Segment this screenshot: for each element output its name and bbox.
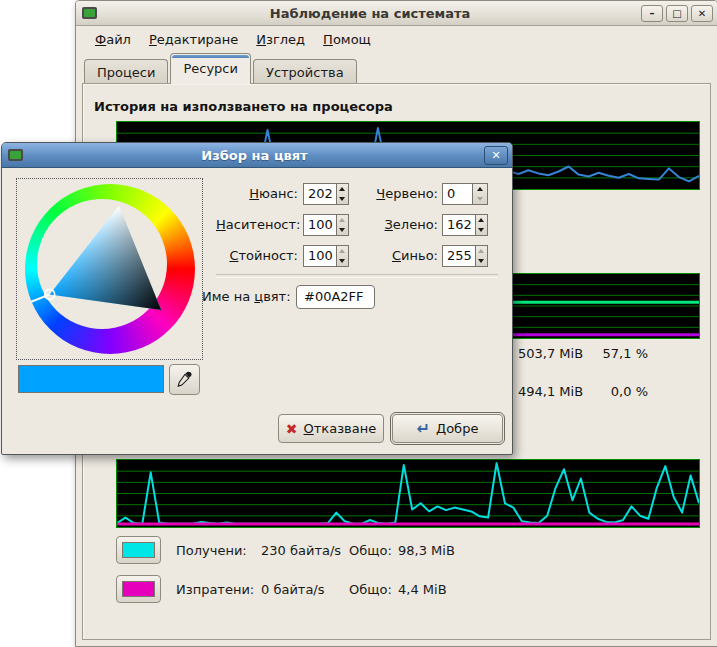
green-spin-down[interactable] bbox=[476, 225, 487, 235]
tab-devices[interactable]: Устройства bbox=[253, 59, 357, 84]
system-monitor-icon bbox=[82, 7, 97, 19]
green-label: Зелено: bbox=[356, 214, 438, 236]
saturation-label: Наситеност: bbox=[216, 214, 298, 236]
tab-processes[interactable]: Процеси bbox=[84, 59, 168, 84]
value-label: Стойност: bbox=[216, 245, 298, 267]
ok-label: Добре bbox=[436, 421, 478, 436]
maximize-button[interactable]: □ bbox=[666, 5, 688, 22]
received-color-button[interactable] bbox=[116, 536, 161, 564]
blue-spin-down[interactable] bbox=[476, 256, 487, 266]
ok-button[interactable]: ↵ Добре bbox=[392, 414, 503, 443]
menubar: Файл Редактиране Изглед Помощ bbox=[76, 26, 717, 52]
value-spinner[interactable]: 100 bbox=[303, 245, 349, 267]
tabbar: Процеси Ресурси Устройства bbox=[76, 52, 717, 84]
window-titlebar[interactable]: Наблюдение на системата – □ ✕ bbox=[76, 1, 717, 26]
color-wheel-box bbox=[16, 178, 203, 360]
eyedropper-button[interactable] bbox=[169, 364, 200, 395]
received-total: 98,3 MiB bbox=[398, 536, 455, 566]
hue-label: Нюанс: bbox=[216, 183, 298, 205]
green-spinner[interactable]: 162 bbox=[442, 214, 488, 236]
menu-edit[interactable]: Редактиране bbox=[142, 29, 245, 50]
red-value[interactable]: 0 bbox=[443, 184, 472, 204]
saturation-value[interactable]: 100 bbox=[304, 215, 336, 235]
saturation-spin-down[interactable] bbox=[337, 225, 348, 235]
cancel-button[interactable]: ✖ Отказване bbox=[278, 414, 384, 443]
hue-spin-down[interactable] bbox=[337, 194, 348, 204]
value-value[interactable]: 100 bbox=[304, 246, 336, 266]
received-total-label: Общо: bbox=[349, 536, 392, 566]
color-picker-dialog: Избор на цвят ✕ bbox=[1, 142, 513, 455]
sent-total: 4,4 MiB bbox=[398, 575, 447, 605]
ok-return-icon: ↵ bbox=[417, 422, 430, 436]
cancel-label: Отказване bbox=[304, 421, 377, 436]
color-preview bbox=[18, 365, 164, 393]
window-title: Наблюдение на системата bbox=[99, 6, 641, 21]
memory-used-value: 503,7 MiB bbox=[518, 346, 583, 361]
menu-file[interactable]: Файл bbox=[88, 29, 138, 50]
green-value[interactable]: 162 bbox=[443, 215, 475, 235]
received-label: Получени: bbox=[176, 536, 247, 566]
swap-used-value: 494,1 MiB bbox=[518, 384, 583, 399]
menu-view[interactable]: Изглед bbox=[249, 29, 312, 50]
saturation-value-triangle[interactable] bbox=[17, 179, 202, 359]
dialog-close-button[interactable]: ✕ bbox=[484, 146, 508, 165]
hue-spin-up[interactable] bbox=[337, 184, 348, 194]
red-label: Червено: bbox=[356, 183, 438, 205]
dialog-app-icon bbox=[8, 149, 23, 161]
network-sent-row: Изпратени: 0 байта/s Общо: 4,4 MiB bbox=[116, 575, 676, 605]
color-name-label: Име на цвят: bbox=[202, 286, 290, 308]
separator bbox=[216, 274, 498, 278]
blue-spin-up[interactable] bbox=[476, 246, 487, 256]
network-history-chart bbox=[116, 459, 700, 528]
saturation-spin-up[interactable] bbox=[337, 215, 348, 225]
red-spin-up[interactable] bbox=[473, 184, 487, 194]
dialog-title: Избор на цвят bbox=[25, 148, 484, 163]
green-spin-up[interactable] bbox=[476, 215, 487, 225]
network-received-row: Получени: 230 байта/s Общо: 98,3 MiB bbox=[116, 536, 676, 566]
color-name-input[interactable]: #00A2FF bbox=[296, 285, 375, 309]
swap-used-percent: 0,0 % bbox=[596, 384, 648, 399]
menu-help[interactable]: Помощ bbox=[316, 29, 378, 50]
received-rate: 230 байта/s bbox=[261, 536, 341, 566]
hue-spinner[interactable]: 202 bbox=[303, 183, 349, 205]
value-spin-down[interactable] bbox=[337, 256, 348, 266]
red-spin-down[interactable] bbox=[473, 194, 487, 204]
cancel-x-icon: ✖ bbox=[286, 421, 298, 437]
sent-total-label: Общо: bbox=[349, 575, 392, 605]
blue-label: Синьо: bbox=[356, 245, 438, 267]
blue-value[interactable]: 255 bbox=[443, 246, 475, 266]
window-controls: – □ ✕ bbox=[641, 5, 713, 22]
red-spinner[interactable]: 0 bbox=[442, 183, 488, 205]
saturation-spinner[interactable]: 100 bbox=[303, 214, 349, 236]
sent-rate: 0 байта/s bbox=[261, 575, 325, 605]
received-color-swatch bbox=[122, 542, 155, 558]
sent-label: Изпратени: bbox=[176, 575, 254, 605]
hue-value[interactable]: 202 bbox=[304, 184, 336, 204]
blue-spinner[interactable]: 255 bbox=[442, 245, 488, 267]
sent-color-swatch bbox=[122, 581, 155, 597]
close-button[interactable]: ✕ bbox=[691, 5, 713, 22]
tab-resources[interactable]: Ресурси bbox=[170, 53, 251, 84]
cpu-history-heading: История на използването на процесора bbox=[94, 99, 393, 114]
sent-color-button[interactable] bbox=[116, 575, 161, 603]
value-spin-up[interactable] bbox=[337, 246, 348, 256]
minimize-button[interactable]: – bbox=[641, 5, 663, 22]
eyedropper-icon bbox=[176, 370, 193, 387]
dialog-titlebar[interactable]: Избор на цвят ✕ bbox=[2, 143, 512, 168]
memory-used-percent: 57,1 % bbox=[596, 346, 648, 361]
